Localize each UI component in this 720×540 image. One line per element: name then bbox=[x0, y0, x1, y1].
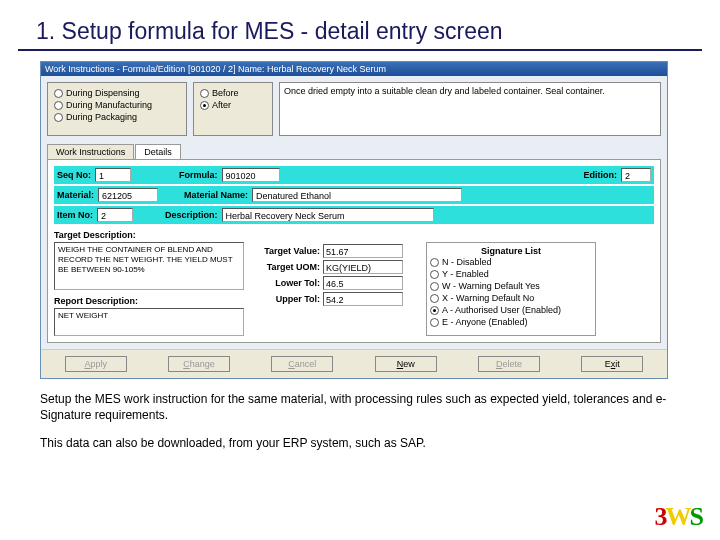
row-material: Material: 621205 Material Name: Denature… bbox=[54, 186, 654, 204]
before-after-group: Before After bbox=[193, 82, 273, 136]
radio-icon bbox=[430, 306, 439, 315]
sig-label: Y - Enabled bbox=[442, 268, 489, 280]
row-seq-formula-edition: Seq No: 1 Formula: 901020 Edition: 2 bbox=[54, 166, 654, 184]
target-desc-label: Target Description: bbox=[54, 230, 654, 240]
radio-icon bbox=[200, 101, 209, 110]
radio-icon bbox=[430, 282, 439, 291]
item-no-label: Item No: bbox=[57, 210, 93, 220]
window-titlebar: Work Instructions - Formula/Edition [901… bbox=[41, 62, 667, 76]
caption-1: Setup the MES work instruction for the s… bbox=[40, 391, 680, 423]
tab-details-body: Seq No: 1 Formula: 901020 Edition: 2 Mat… bbox=[47, 159, 661, 343]
radio-icon bbox=[430, 258, 439, 267]
radio-before[interactable]: Before bbox=[200, 88, 266, 99]
description-field[interactable]: Herbal Recovery Neck Serum bbox=[222, 208, 434, 222]
signature-group-label: Signature List bbox=[430, 246, 592, 256]
target-value-field[interactable]: 51.67 bbox=[323, 244, 403, 258]
exit-button[interactable]: Exit bbox=[581, 356, 643, 372]
target-value-label: Target Value: bbox=[250, 246, 320, 256]
material-field[interactable]: 621205 bbox=[98, 188, 158, 202]
radio-icon bbox=[200, 89, 209, 98]
sig-Y[interactable]: Y - Enabled bbox=[430, 268, 592, 280]
formula-label: Formula: bbox=[179, 170, 218, 180]
upper-tol-label: Upper Tol: bbox=[250, 294, 320, 304]
logo-char-1: 3 bbox=[655, 502, 666, 531]
radio-icon bbox=[430, 270, 439, 279]
radio-icon bbox=[54, 101, 63, 110]
radio-dispensing[interactable]: During Dispensing bbox=[54, 88, 180, 99]
material-label: Material: bbox=[57, 190, 94, 200]
sig-N[interactable]: N - Disabled bbox=[430, 256, 592, 268]
material-name-label: Material Name: bbox=[184, 190, 248, 200]
new-button[interactable]: New bbox=[375, 356, 437, 372]
radio-label: During Manufacturing bbox=[66, 100, 152, 111]
signature-group: Signature List N - Disabled Y - Enabled … bbox=[426, 242, 596, 336]
radio-label: During Dispensing bbox=[66, 88, 140, 99]
caption-2: This data can also be downloaded, from y… bbox=[40, 435, 680, 451]
radio-icon bbox=[54, 89, 63, 98]
formula-field[interactable]: 901020 bbox=[222, 168, 280, 182]
delete-button[interactable]: Delete bbox=[478, 356, 540, 372]
tab-work-instructions[interactable]: Work Instructions bbox=[47, 144, 134, 159]
report-desc-text[interactable]: NET WEIGHT bbox=[54, 308, 244, 336]
seq-field[interactable]: 1 bbox=[95, 168, 131, 182]
sig-E[interactable]: E - Anyone (Enabled) bbox=[430, 316, 592, 328]
change-button[interactable]: Change bbox=[168, 356, 230, 372]
logo-char-3: S bbox=[690, 502, 702, 531]
target-uom-label: Target UOM: bbox=[250, 262, 320, 272]
app-window: Work Instructions - Formula/Edition [901… bbox=[40, 61, 668, 379]
tab-details[interactable]: Details bbox=[135, 144, 181, 159]
slide-title: 1. Setup formula for MES - detail entry … bbox=[18, 0, 702, 51]
cancel-button[interactable]: Cancel bbox=[271, 356, 333, 372]
button-row: Apply Change Cancel New Delete Exit bbox=[41, 349, 667, 378]
apply-button[interactable]: Apply bbox=[65, 356, 127, 372]
sig-label: A - Authorised User (Enabled) bbox=[442, 304, 561, 316]
radio-packaging[interactable]: During Packaging bbox=[54, 112, 180, 123]
sig-W[interactable]: W - Warning Default Yes bbox=[430, 280, 592, 292]
sig-label: W - Warning Default Yes bbox=[442, 280, 540, 292]
logo-3ws: 3WS bbox=[655, 502, 702, 532]
radio-icon bbox=[430, 318, 439, 327]
radio-label: Before bbox=[212, 88, 239, 99]
sig-X[interactable]: X - Warning Default No bbox=[430, 292, 592, 304]
radio-after[interactable]: After bbox=[200, 100, 266, 111]
target-desc-text[interactable]: WEIGH THE CONTAINER OF BLEND AND RECORD … bbox=[54, 242, 244, 290]
target-uom-field[interactable]: KG(YIELD) bbox=[323, 260, 403, 274]
lower-tol-label: Lower Tol: bbox=[250, 278, 320, 288]
row-item-desc: Item No: 2 Description: Herbal Recovery … bbox=[54, 206, 654, 224]
radio-label: After bbox=[212, 100, 231, 111]
lower-tol-field[interactable]: 46.5 bbox=[323, 276, 403, 290]
upper-tol-field[interactable]: 54.2 bbox=[323, 292, 403, 306]
sig-label: N - Disabled bbox=[442, 256, 492, 268]
radio-icon bbox=[430, 294, 439, 303]
material-name-field[interactable]: Denatured Ethanol bbox=[252, 188, 462, 202]
report-desc-label: Report Description: bbox=[54, 296, 244, 306]
notes-box[interactable]: Once dried empty into a suitable clean d… bbox=[279, 82, 661, 136]
item-no-field[interactable]: 2 bbox=[97, 208, 133, 222]
radio-label: During Packaging bbox=[66, 112, 137, 123]
edition-field[interactable]: 2 bbox=[621, 168, 651, 182]
sig-A[interactable]: A - Authorised User (Enabled) bbox=[430, 304, 592, 316]
sig-label: E - Anyone (Enabled) bbox=[442, 316, 528, 328]
radio-icon bbox=[54, 113, 63, 122]
seq-label: Seq No: bbox=[57, 170, 91, 180]
edition-label: Edition: bbox=[584, 170, 618, 180]
sig-label: X - Warning Default No bbox=[442, 292, 534, 304]
radio-manufacturing[interactable]: During Manufacturing bbox=[54, 100, 180, 111]
description-label: Description: bbox=[165, 210, 218, 220]
phase-group: During Dispensing During Manufacturing D… bbox=[47, 82, 187, 136]
logo-char-2: W bbox=[666, 502, 690, 531]
